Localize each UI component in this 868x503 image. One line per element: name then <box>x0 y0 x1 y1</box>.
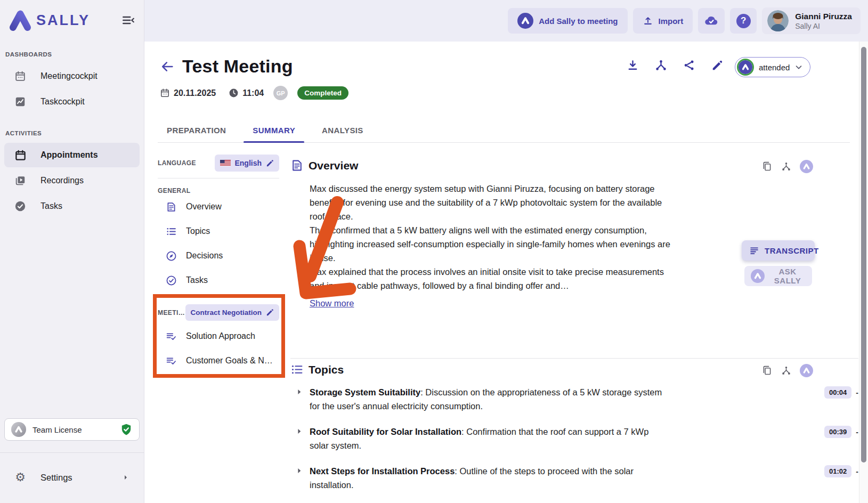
language-chip[interactable]: English <box>215 155 279 172</box>
sidebar-item-label: Appointments <box>40 150 98 160</box>
meeting-date: 20.11.2025 <box>174 88 216 98</box>
divider <box>158 178 279 179</box>
question-mark-icon: ? <box>736 14 751 28</box>
expand-arrow-icon[interactable] <box>295 466 304 477</box>
tab-preparation[interactable]: PREPARATION <box>158 118 235 142</box>
sidebar-item-appointments[interactable]: Appointments <box>4 143 140 167</box>
sally-ai-icon[interactable] <box>800 160 813 173</box>
hub-icon[interactable] <box>781 161 791 172</box>
sally-logo-icon <box>7 7 33 33</box>
tab-summary[interactable]: SUMMARY <box>244 118 304 142</box>
panel-item-decisions[interactable]: Decisions <box>158 244 279 268</box>
team-license-badge[interactable]: Team License <box>4 418 140 441</box>
user-profile-menu[interactable]: Gianni Piruzza Sally AI <box>762 7 861 34</box>
panel-item-customer-goals[interactable]: Customer Goals & N… <box>158 348 279 373</box>
sidebar-item-recordings[interactable]: Recordings <box>4 168 140 193</box>
tab-bar: PREPARATION SUMMARY ANALYSIS <box>158 118 850 143</box>
topic-row: Next Steps for Installation Process: Out… <box>290 464 858 492</box>
edit-pencil-icon[interactable] <box>711 60 723 71</box>
chevron-right-icon <box>121 473 130 482</box>
chart-icon <box>14 95 27 108</box>
topic-start-time[interactable]: 00:39 <box>824 426 851 438</box>
cloud-sync-button[interactable] <box>698 8 725 34</box>
sidebar-collapse-icon[interactable] <box>120 12 136 28</box>
meeting-type-chip[interactable]: Contract Negotiation <box>185 304 280 321</box>
clock-icon <box>229 88 239 98</box>
compass-icon <box>165 250 177 262</box>
meeting-type-value: Contract Negotiation <box>191 309 262 317</box>
sidebar-section-dashboards: DASHBOARDS <box>0 51 144 58</box>
expand-arrow-icon[interactable] <box>295 427 304 438</box>
panel-item-solution-approach[interactable]: Solution Approach <box>158 324 279 348</box>
sidebar-item-label: Tasks <box>40 201 62 211</box>
expand-arrow-icon[interactable] <box>295 387 304 399</box>
sidebar-item-tasks[interactable]: Tasks <box>4 194 140 218</box>
panel-item-tasks[interactable]: Tasks <box>158 268 279 293</box>
copy-icon[interactable] <box>761 365 773 376</box>
transcript-button[interactable]: TRANSCRIPT <box>742 240 815 261</box>
topic-start-time[interactable]: 01:02 <box>824 465 851 477</box>
sally-circle-icon <box>751 269 765 283</box>
back-arrow-icon[interactable] <box>160 59 176 75</box>
sidebar-item-settings[interactable]: ⚙ Settings <box>4 465 140 490</box>
us-flag-icon <box>220 160 231 166</box>
shield-check-icon <box>120 423 133 436</box>
upload-icon <box>643 15 653 26</box>
edit-pencil-icon[interactable] <box>266 159 274 167</box>
playlist-check-icon <box>165 331 177 342</box>
check-circle-icon <box>165 275 177 286</box>
panel-item-label: Decisions <box>186 251 223 261</box>
import-button[interactable]: Import <box>633 8 693 34</box>
page-title: Test Meeting <box>182 56 293 77</box>
sidebar-item-label: Recordings <box>40 176 84 185</box>
participant-avatar[interactable]: GP <box>273 86 288 100</box>
add-sally-label: Add Sally to meeting <box>539 17 618 26</box>
sidebar-item-label: Settings <box>40 473 121 483</box>
topics-section-title: Topics <box>309 363 344 376</box>
panel-item-label: Overview <box>186 202 222 212</box>
time-dash: - <box>856 467 858 476</box>
sidebar-item-meetingcockpit[interactable]: Meetingcockpit <box>4 64 140 88</box>
ask-sally-button[interactable]: ASK SALLY <box>744 266 812 286</box>
topic-name: Next Steps for Installation Process <box>310 466 455 476</box>
panel-item-topics[interactable]: Topics <box>158 219 279 244</box>
attendance-dropdown[interactable]: attended <box>735 57 810 77</box>
status-badge: Completed <box>297 86 348 100</box>
topic-start-time[interactable]: 00:04 <box>824 386 851 399</box>
sidebar-section-activities: ACTIVITIES <box>0 130 144 136</box>
list-icon <box>290 363 304 376</box>
panel-item-label: Solution Approach <box>186 331 255 341</box>
general-section-label: GENERAL <box>158 187 279 194</box>
check-circle-icon <box>14 200 27 213</box>
top-header-bar: Add Sally to meeting Import ? Gianni Pir… <box>144 0 868 42</box>
share-icon[interactable] <box>683 59 695 71</box>
sally-ai-icon[interactable] <box>800 364 813 377</box>
sidebar-item-label: Taskcockpit <box>40 97 85 107</box>
scrollbar-thumb[interactable] <box>861 47 866 463</box>
topic-row: Storage System Suitability: Discussion o… <box>290 385 858 413</box>
calendar-icon <box>14 70 27 83</box>
document-icon <box>290 159 304 172</box>
panel-item-overview[interactable]: Overview <box>158 194 279 219</box>
topic-name: Roof Suitability for Solar Installation <box>310 427 461 436</box>
overview-text: Max discussed the energy system setup wi… <box>310 182 677 293</box>
scrollbar-track[interactable] <box>859 42 868 503</box>
hub-icon[interactable] <box>655 59 667 71</box>
hub-icon[interactable] <box>781 366 791 376</box>
sidebar-item-taskcockpit[interactable]: Taskcockpit <box>4 90 140 114</box>
divider <box>290 358 858 359</box>
edit-pencil-icon[interactable] <box>266 309 274 317</box>
help-button[interactable]: ? <box>730 8 757 34</box>
add-sally-to-meeting-button[interactable]: Add Sally to meeting <box>508 8 627 34</box>
download-icon[interactable] <box>627 59 639 71</box>
sidebar-item-label: Meetingcockpit <box>40 71 98 81</box>
panel-item-label: Topics <box>186 226 210 236</box>
main-content: Test Meeting 20.11.2025 11:04 GP Complet… <box>144 42 859 503</box>
show-more-link[interactable]: Show more <box>310 298 354 309</box>
calendar-icon <box>14 149 27 161</box>
time-dash: - <box>856 428 858 436</box>
meeting-type-label: MEETI… <box>158 309 185 317</box>
tab-analysis[interactable]: ANALYSIS <box>313 118 372 142</box>
copy-icon[interactable] <box>761 161 773 172</box>
meeting-time: 11:04 <box>242 88 264 98</box>
